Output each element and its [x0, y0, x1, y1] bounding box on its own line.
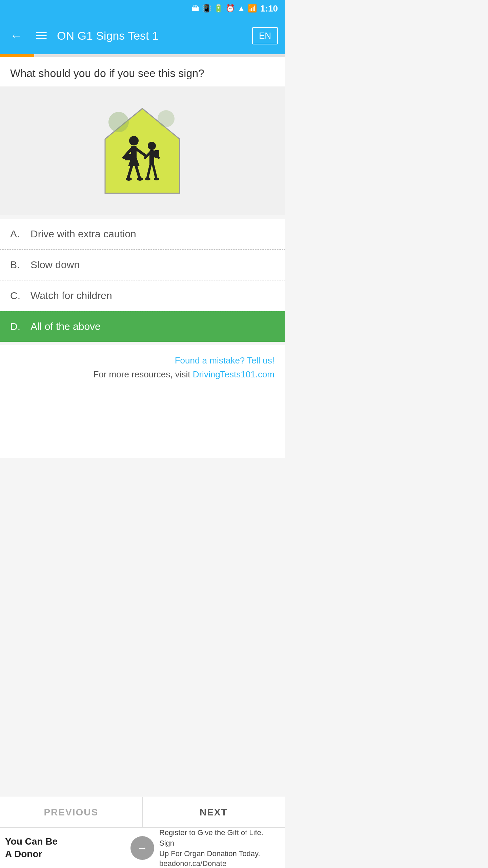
- resources-prefix: For more resources, visit: [93, 369, 190, 379]
- previous-button[interactable]: PREVIOUS: [0, 797, 143, 827]
- answer-letter-d: D.: [10, 321, 30, 332]
- status-time: 1:10: [260, 3, 278, 14]
- resources-link[interactable]: DrivingTests101.com: [193, 369, 274, 379]
- ad-arrow-icon: →: [130, 836, 154, 860]
- svg-point-17: [126, 177, 132, 181]
- svg-rect-9: [125, 154, 131, 160]
- ad-url: beadonor.ca/Donate: [159, 859, 280, 868]
- battery-icon: 🔋: [214, 4, 223, 13]
- answer-text-c: Watch for children: [30, 290, 112, 301]
- mistake-link[interactable]: Found a mistake? Tell us!: [10, 355, 274, 366]
- status-bar: 🏔 📳 🔋 ⏰ ▲ 📶 1:10: [0, 0, 285, 17]
- content-spacer: [0, 390, 285, 458]
- menu-line-1: [36, 32, 47, 33]
- answer-text-a: Drive with extra caution: [30, 228, 136, 240]
- sign-image: [102, 105, 183, 197]
- language-button[interactable]: EN: [252, 27, 278, 44]
- footer-links: Found a mistake? Tell us! For more resou…: [0, 345, 285, 390]
- answer-letter-b: B.: [10, 259, 30, 271]
- progress-fill: [0, 54, 34, 57]
- answer-letter-a: A.: [10, 228, 30, 240]
- answer-text-b: Slow down: [30, 259, 80, 271]
- next-button[interactable]: NEXT: [143, 797, 285, 827]
- menu-button[interactable]: [33, 29, 50, 43]
- ad-body-text: Register to Give the Gift of Life. SignU…: [159, 828, 280, 859]
- answer-option-a[interactable]: A. Drive with extra caution: [0, 219, 285, 250]
- progress-bar: [0, 54, 285, 57]
- menu-line-3: [36, 38, 47, 39]
- app-title: ON G1 Signs Test 1: [57, 29, 245, 42]
- question-text: What should you do if you see this sign?: [10, 67, 274, 80]
- nav-buttons: PREVIOUS NEXT: [0, 797, 285, 827]
- answer-option-c[interactable]: C. Watch for children: [0, 280, 285, 311]
- svg-point-10: [148, 142, 156, 150]
- svg-point-19: [145, 178, 150, 180]
- alarm-icon: ⏰: [226, 4, 235, 13]
- vibrate-icon: 📳: [202, 4, 211, 13]
- svg-point-18: [137, 177, 143, 181]
- ad-text-block: You Can BeA Donor: [5, 835, 125, 860]
- answer-letter-c: C.: [10, 290, 30, 301]
- ad-title: You Can BeA Donor: [5, 835, 125, 860]
- image-icon: 🏔: [192, 4, 199, 13]
- svg-point-1: [108, 112, 129, 132]
- sign-image-area: [0, 86, 285, 215]
- wifi-icon: ▲: [238, 4, 245, 13]
- answer-option-d[interactable]: D. All of the above: [0, 311, 285, 342]
- app-bar: ← ON G1 Signs Test 1 EN: [0, 17, 285, 54]
- answer-option-b[interactable]: B. Slow down: [0, 250, 285, 280]
- question-area: What should you do if you see this sign?: [0, 57, 285, 86]
- status-icons: 🏔 📳 🔋 ⏰ ▲ 📶: [192, 4, 257, 13]
- school-crossing-sign-svg: [102, 105, 183, 197]
- answers-area: A. Drive with extra caution B. Slow down…: [0, 219, 285, 342]
- ad-banner[interactable]: You Can BeA Donor → Register to Give the…: [0, 827, 285, 868]
- svg-point-3: [129, 136, 139, 145]
- back-button[interactable]: ←: [7, 25, 26, 46]
- menu-line-2: [36, 35, 47, 36]
- svg-point-2: [158, 110, 175, 127]
- answer-text-d: All of the above: [30, 321, 101, 332]
- svg-rect-16: [154, 150, 159, 158]
- signal-icon: 📶: [248, 4, 257, 13]
- resources-line: For more resources, visit DrivingTests10…: [93, 369, 274, 379]
- ad-body-block: Register to Give the Gift of Life. SignU…: [159, 828, 280, 868]
- svg-point-20: [154, 178, 159, 180]
